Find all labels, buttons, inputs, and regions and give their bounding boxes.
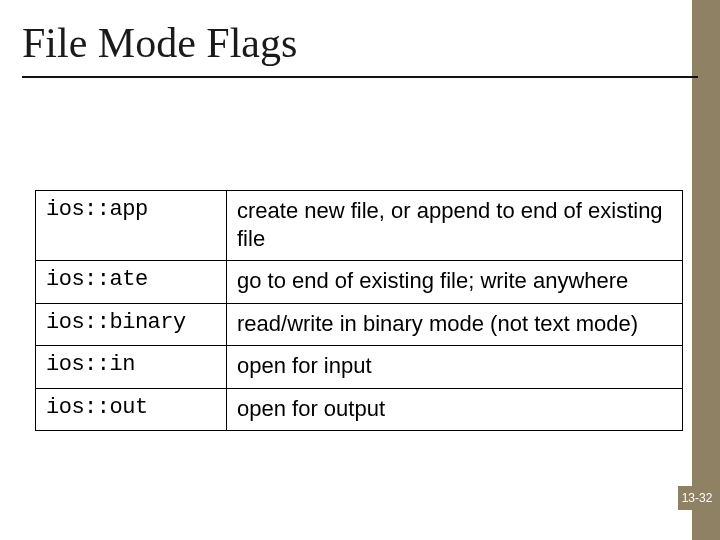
flag-cell: ios::ate (36, 261, 227, 304)
desc-cell: read/write in binary mode (not text mode… (227, 303, 683, 346)
table-row: ios::in open for input (36, 346, 683, 389)
slide: File Mode Flags ios::app create new file… (0, 0, 720, 540)
table-row: ios::ate go to end of existing file; wri… (36, 261, 683, 304)
flag-cell: ios::in (36, 346, 227, 389)
table-row: ios::app create new file, or append to e… (36, 191, 683, 261)
title-underline (22, 76, 698, 78)
page-title: File Mode Flags (22, 20, 698, 66)
page-number-badge: 13-32 (678, 486, 716, 510)
accent-sidebar (692, 0, 720, 540)
desc-cell: create new file, or append to end of exi… (227, 191, 683, 261)
file-mode-flags-table: ios::app create new file, or append to e… (35, 190, 683, 431)
desc-cell: open for input (227, 346, 683, 389)
title-block: File Mode Flags (22, 20, 698, 78)
flag-cell: ios::binary (36, 303, 227, 346)
table-row: ios::out open for output (36, 388, 683, 431)
desc-cell: go to end of existing file; write anywhe… (227, 261, 683, 304)
desc-cell: open for output (227, 388, 683, 431)
flag-cell: ios::app (36, 191, 227, 261)
table-row: ios::binary read/write in binary mode (n… (36, 303, 683, 346)
flag-cell: ios::out (36, 388, 227, 431)
